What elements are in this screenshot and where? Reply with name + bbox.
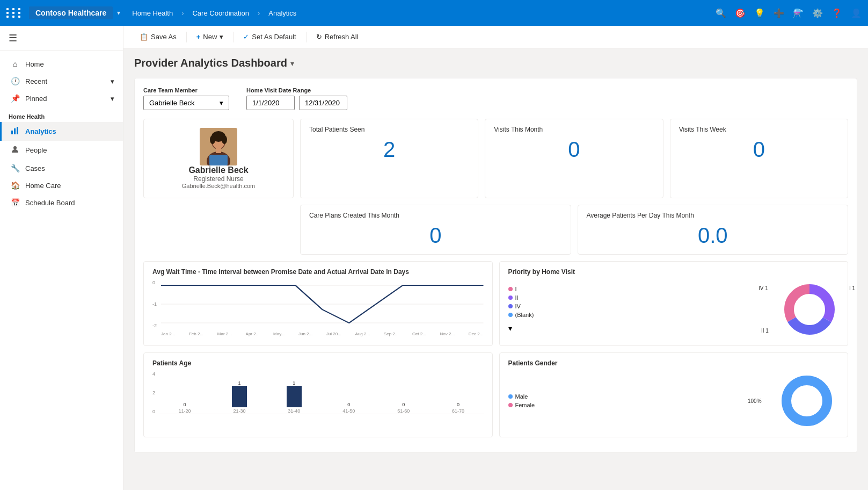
set-as-default-check-icon: ✓: [243, 33, 249, 41]
legend-label-female: Female: [515, 402, 535, 408]
visits-week-value: 0: [679, 138, 839, 162]
search-icon[interactable]: 🔍: [716, 8, 726, 18]
sidebar-item-analytics[interactable]: Analytics: [0, 122, 123, 141]
date-range-inputs: 1/1/2020 12/31/2020: [246, 96, 347, 110]
sidebar-item-schedule-board[interactable]: 📅 Schedule Board: [0, 194, 123, 211]
care-team-filter: Care Team Member Gabrielle Beck ▾: [143, 87, 229, 110]
new-chevron-icon: ▾: [220, 33, 223, 41]
legend-item-II: II: [508, 294, 534, 301]
new-button[interactable]: + New ▾: [191, 30, 229, 44]
page-title: Provider Analytics Dashboard: [134, 57, 287, 69]
care-team-label: Care Team Member: [143, 87, 229, 93]
toolbar: 📋 Save As + New ▾ ✓ Set As Default ↻ Ref…: [123, 26, 868, 48]
home-icon: ⌂: [10, 60, 20, 68]
sidebar-item-cases[interactable]: 🔧 Cases: [0, 160, 123, 177]
bar-val-21-30: 1: [238, 380, 240, 386]
avg-patients-value: 0.0: [587, 224, 840, 248]
x-mar: Mar 2...: [217, 332, 232, 336]
set-as-default-button[interactable]: ✓ Set As Default: [238, 30, 301, 44]
svg-point-21: [793, 387, 821, 415]
app-grid-icon[interactable]: [6, 8, 23, 18]
help-icon[interactable]: ❓: [831, 8, 842, 18]
priority-dropdown-icon[interactable]: ▾: [508, 324, 512, 333]
bar-rect-21-30: [232, 386, 247, 407]
bar-41-50: 0 41-50: [324, 371, 374, 414]
refresh-all-button[interactable]: ↻ Refresh All: [311, 30, 364, 44]
priority-donut-wrap: IV 1 I 1 II 1: [780, 280, 839, 339]
page-title-chevron-icon[interactable]: ▾: [290, 59, 294, 68]
add-icon[interactable]: ➕: [774, 8, 784, 18]
breadcrumb-separator2: ›: [254, 7, 263, 19]
brand-logo[interactable]: Contoso Healthcare: [29, 6, 113, 19]
annotation-I: I 1: [849, 285, 855, 291]
x-apr: Apr 2...: [246, 332, 260, 336]
settings-icon[interactable]: ⚙️: [812, 8, 823, 18]
care-plans-value: 0: [309, 224, 562, 248]
care-team-select[interactable]: Gabrielle Beck ▾: [143, 96, 229, 110]
legend-dot-female: [508, 403, 513, 407]
x-labels: Jan 2... Feb 2... Mar 2... Apr 2... May.…: [161, 332, 483, 336]
x-sep: Sep 2...: [384, 332, 399, 336]
target-icon[interactable]: 🎯: [735, 8, 746, 18]
svg-point-19: [796, 296, 823, 323]
sidebar-item-pinned[interactable]: 📌 Pinned ▾: [0, 90, 123, 107]
profile-avatar: [200, 128, 237, 165]
top-nav: Contoso Healthcare ▾ Home Health › Care …: [0, 0, 868, 26]
svg-rect-11: [209, 155, 228, 165]
sidebar-item-home-care[interactable]: 🏠 Home Care: [0, 177, 123, 194]
sidebar-section-home-health: Home Health: [0, 107, 123, 122]
sidebar-item-people[interactable]: People: [0, 141, 123, 160]
nav-home-health[interactable]: Home Health: [129, 7, 176, 19]
bar-chart-bars: 0 11-20 1 21-30: [159, 371, 483, 414]
gender-donut-svg: [775, 371, 839, 430]
bar-range-21-30: 21-30: [233, 408, 245, 414]
care-plans-card: Care Plans Created This Month 0: [300, 205, 571, 255]
bar-val-41-50: 0: [347, 402, 350, 407]
svg-rect-2: [17, 127, 18, 134]
bar-range-51-60: 51-60: [397, 408, 410, 414]
nav-analytics[interactable]: Analytics: [265, 7, 300, 19]
avg-patients-card: Average Patients Per Day This Month 0.0: [578, 205, 849, 255]
svg-point-10: [222, 135, 227, 144]
bar-val-61-70: 0: [457, 402, 459, 407]
bar-val-31-40: 1: [293, 380, 295, 386]
x-jul: Jul 20...: [326, 332, 341, 336]
y-label-0: 0: [152, 280, 157, 285]
bulb-icon[interactable]: 💡: [754, 8, 765, 18]
x-feb: Feb 2...: [189, 332, 203, 336]
bar-range-31-40: 31-40: [288, 408, 300, 414]
date-to-input[interactable]: 12/31/2020: [299, 96, 347, 110]
gender-chart-card: Patients Gender Male Female: [499, 352, 849, 437]
care-team-chevron-icon: ▾: [220, 99, 223, 107]
page-title-row: Provider Analytics Dashboard ▾: [134, 57, 857, 69]
bar-51-60: 0 51-60: [378, 371, 429, 414]
sidebar-nav: ⌂ Home 🕐 Recent ▾ 📌 Pinned ▾ Home Health: [0, 51, 123, 215]
visits-month-value: 0: [494, 138, 654, 162]
age-chart-card: Patients Age 4 2 0 0: [143, 352, 493, 437]
save-as-button[interactable]: 📋 Save As: [134, 30, 182, 44]
x-jan: Jan 2...: [161, 332, 175, 336]
cases-icon: 🔧: [10, 164, 20, 172]
legend-label-II: II: [515, 294, 519, 301]
x-aug: Aug 2...: [355, 332, 370, 336]
total-patients-label: Total Patients Seen: [309, 126, 469, 133]
age-y-4: 4: [152, 371, 155, 377]
nav-care-coordination[interactable]: Care Coordination: [189, 7, 252, 19]
age-y-2: 2: [152, 390, 155, 395]
hamburger-icon[interactable]: ☰: [9, 33, 17, 44]
line-chart-card: Avg Wait Time - Time Interval between Pr…: [143, 261, 493, 346]
profile-role: Registered Nurse: [193, 175, 243, 183]
sidebar-item-home[interactable]: ⌂ Home: [0, 55, 123, 73]
bar-range-61-70: 61-70: [452, 408, 464, 414]
filter-icon[interactable]: ⚗️: [793, 8, 804, 18]
profile-email: Gabrielle.Beck@health.com: [182, 183, 256, 189]
sidebar-item-recent[interactable]: 🕐 Recent ▾: [0, 73, 123, 90]
user-icon[interactable]: 👤: [851, 8, 862, 18]
gender-legend: Male Female: [508, 393, 535, 408]
content-area: 📋 Save As + New ▾ ✓ Set As Default ↻ Ref…: [123, 26, 868, 490]
date-from-input[interactable]: 1/1/2020: [246, 96, 295, 110]
svg-rect-12: [216, 148, 221, 153]
dashboard-card: Care Team Member Gabrielle Beck ▾ Home V…: [134, 78, 857, 453]
breadcrumb: Home Health › Care Coordination › Analyt…: [129, 7, 300, 19]
line-chart-svg: [161, 280, 483, 328]
